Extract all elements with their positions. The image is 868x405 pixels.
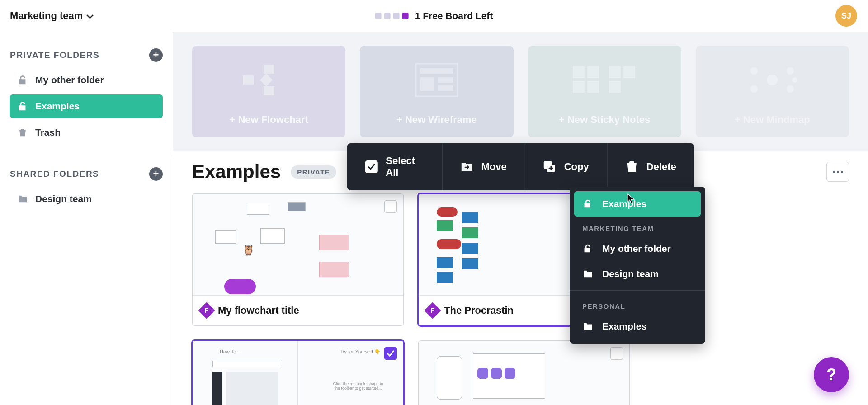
svg-point-18 xyxy=(750,85,758,93)
add-shared-folder-button[interactable]: + xyxy=(149,167,163,181)
move-popover: Examples MARKETING TEAM My other folder … xyxy=(570,187,705,344)
svg-rect-10 xyxy=(587,66,599,78)
folder-icon xyxy=(17,195,28,203)
move-option-label: Examples xyxy=(602,198,646,209)
svg-rect-8 xyxy=(438,85,453,91)
delete-button[interactable]: Delete xyxy=(607,143,694,190)
folder-icon xyxy=(582,270,593,278)
move-option-label: My other folder xyxy=(602,243,671,254)
topbar: Marketing team 1 Free Board Left SJ xyxy=(0,0,868,32)
sidebar-shared-header: SHARED FOLDERS + xyxy=(10,167,163,181)
board-card[interactable] xyxy=(418,340,630,405)
svg-rect-6 xyxy=(420,77,434,91)
svg-rect-15 xyxy=(609,81,621,93)
selection-action-bar: Select All Move Copy Delete xyxy=(347,143,694,190)
move-icon xyxy=(460,161,473,172)
svg-rect-1 xyxy=(264,65,274,74)
copy-button[interactable]: Copy xyxy=(525,143,607,190)
popover-divider xyxy=(570,290,705,291)
svg-point-16 xyxy=(767,75,778,85)
svg-rect-5 xyxy=(420,68,453,74)
workspace-switcher[interactable]: Marketing team xyxy=(10,10,94,22)
move-option[interactable]: Examples xyxy=(574,314,701,339)
flowchart-icon xyxy=(242,46,296,114)
svg-point-19 xyxy=(787,67,794,75)
move-button[interactable]: Move xyxy=(442,143,524,190)
lock-open-icon xyxy=(582,199,593,208)
sidebar-shared-list: Design team xyxy=(10,187,163,211)
help-button[interactable]: ? xyxy=(814,357,849,392)
template-label: + New Flowchart xyxy=(230,114,308,126)
template-label: + New Sticky Notes xyxy=(559,114,650,126)
svg-rect-9 xyxy=(573,66,585,78)
lock-open-icon xyxy=(17,75,28,85)
templates-row: + New Flowchart + New Wireframe + New St… xyxy=(173,32,868,151)
svg-point-21 xyxy=(792,77,797,83)
board-title: My flowchart title xyxy=(218,305,299,316)
board-quota: 1 Free Board Left xyxy=(375,10,493,21)
delete-label: Delete xyxy=(646,161,676,173)
sidebar-item-trash[interactable]: Trash xyxy=(10,121,163,144)
folder-title: Examples xyxy=(192,161,281,183)
avatar-initials: SJ xyxy=(841,11,851,21)
boards-grid: 🦉 F My flowchart title xyxy=(173,187,868,405)
move-option-label: Design team xyxy=(602,268,659,279)
svg-rect-11 xyxy=(573,81,585,93)
add-private-folder-button[interactable]: + xyxy=(149,48,163,62)
board-preview: How To... Try for Yourself 👇 Click on th… xyxy=(193,341,403,405)
sidebar-item-my-other-folder[interactable]: My other folder xyxy=(10,68,163,92)
sidebar-item-design-team[interactable]: Design team xyxy=(10,187,163,211)
move-option[interactable]: My other folder xyxy=(574,236,701,261)
sidebar-divider xyxy=(0,156,173,156)
folder-more-button[interactable] xyxy=(826,162,849,182)
svg-rect-2 xyxy=(264,86,274,95)
board-card[interactable]: 🦉 F My flowchart title xyxy=(192,193,404,326)
sidebar-private-header: PRIVATE FOLDERS + xyxy=(10,48,163,62)
quota-dot-used xyxy=(393,13,400,19)
template-new-sticky-notes[interactable]: + New Sticky Notes xyxy=(528,46,681,137)
lock-open-icon xyxy=(17,101,28,111)
template-new-flowchart[interactable]: + New Flowchart xyxy=(192,46,345,137)
select-all-button[interactable]: Select All xyxy=(347,143,442,190)
board-checkbox[interactable] xyxy=(384,200,397,213)
sidebar-shared-label: SHARED FOLDERS xyxy=(10,169,99,179)
help-glyph: ? xyxy=(826,365,836,384)
board-checkbox[interactable] xyxy=(610,347,623,360)
board-preview: 🦉 xyxy=(193,194,403,295)
board-preview xyxy=(419,341,629,405)
privacy-badge: PRIVATE xyxy=(291,165,336,179)
select-all-label: Select All xyxy=(386,155,424,179)
svg-rect-0 xyxy=(243,75,254,85)
lock-open-icon xyxy=(582,244,593,253)
chevron-down-icon xyxy=(86,14,94,19)
svg-rect-13 xyxy=(609,66,621,78)
quota-dots xyxy=(375,13,409,19)
svg-point-17 xyxy=(750,67,758,75)
template-new-wireframe[interactable]: + New Wireframe xyxy=(360,46,513,137)
board-type-badge: F xyxy=(198,302,215,319)
board-checkbox[interactable] xyxy=(384,347,397,360)
svg-rect-12 xyxy=(587,81,599,93)
board-title-row: F My flowchart title xyxy=(193,295,403,325)
trash-icon xyxy=(17,127,28,137)
sidebar-item-examples[interactable]: Examples xyxy=(10,94,163,118)
copy-label: Copy xyxy=(564,161,589,173)
sidebar-item-label: My other folder xyxy=(35,75,104,85)
move-option[interactable]: Design team xyxy=(574,261,701,287)
quota-dot-used xyxy=(375,13,382,19)
move-option-label: Examples xyxy=(602,321,646,332)
template-new-mindmap[interactable]: + New Mindmap xyxy=(696,46,849,137)
avatar[interactable]: SJ xyxy=(835,5,857,27)
svg-point-20 xyxy=(787,85,794,93)
board-card[interactable]: How To... Try for Yourself 👇 Click on th… xyxy=(192,340,404,405)
mindmap-icon xyxy=(741,46,804,114)
sticky-notes-icon xyxy=(573,46,636,114)
wireframe-icon xyxy=(414,46,459,114)
sidebar-item-label: Examples xyxy=(35,101,80,112)
move-group-label: MARKETING TEAM xyxy=(574,217,701,236)
folder-icon xyxy=(582,322,593,330)
copy-icon xyxy=(543,161,556,173)
sidebar: PRIVATE FOLDERS + My other folder Exampl… xyxy=(0,32,173,405)
move-option-current[interactable]: Examples xyxy=(574,191,701,217)
svg-rect-3 xyxy=(259,73,272,86)
